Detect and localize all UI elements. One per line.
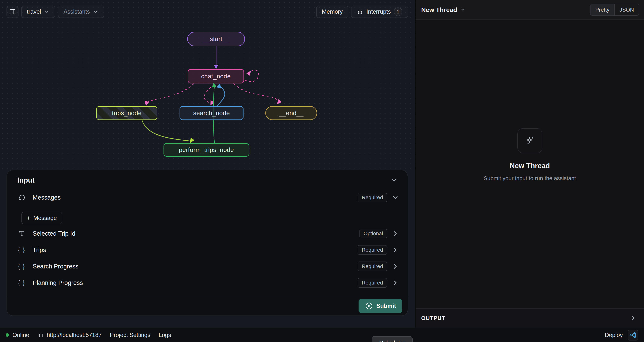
thread-title: New Thread <box>421 6 457 14</box>
play-circle-icon <box>365 302 373 310</box>
sidebar-toggle-button[interactable] <box>6 6 18 18</box>
server-url: http://localhost:57187 <box>47 332 102 338</box>
interrupts-button[interactable]: Interrupts 1 <box>351 6 408 18</box>
sparkles-icon-tile <box>518 128 542 153</box>
chevron-right-icon <box>630 315 636 321</box>
chevron-down-icon <box>460 7 466 13</box>
graph-node-start[interactable]: __start__ <box>187 32 245 46</box>
graph-node-end[interactable]: __end__ <box>265 106 317 120</box>
graph-selector-label: travel <box>27 9 41 15</box>
output-section-toggle[interactable]: OUTPUT <box>416 308 644 328</box>
online-status-label: Online <box>12 332 29 338</box>
calculator-tooltip: Calculator <box>372 336 412 342</box>
input-row-label: Search Progress <box>33 263 358 270</box>
add-message-button[interactable]: + Message <box>22 212 62 224</box>
graph-toolbar-right: Memory Interrupts 1 <box>316 6 408 18</box>
input-row-messages[interactable]: Messages Required <box>7 188 408 207</box>
graph-node-perform-trips[interactable]: perform_trips_node <box>164 143 249 157</box>
submit-button[interactable]: Submit <box>358 299 402 313</box>
graph-canvas[interactable]: __start__ chat_node trips_node search_no… <box>0 0 415 170</box>
project-settings-link[interactable]: Project Settings <box>110 332 150 338</box>
graph-panel: __start__ chat_node trips_node search_no… <box>0 0 415 328</box>
online-status-dot <box>6 333 9 337</box>
input-row-selected-trip-id[interactable]: Selected Trip Id Optional <box>7 225 408 242</box>
graph-node-trips[interactable]: trips_node <box>96 106 157 120</box>
empty-state-title: New Thread <box>416 162 644 170</box>
assistants-label: Assistants <box>64 9 90 15</box>
thread-panel: New Thread Pretty JSON New Thread Submit… <box>416 0 644 328</box>
view-pretty-button[interactable]: Pretty <box>590 4 614 15</box>
type-icon <box>18 230 26 237</box>
optional-badge: Optional <box>360 229 387 238</box>
input-row-label: Selected Trip Id <box>33 230 360 237</box>
braces-icon: { } <box>18 279 25 286</box>
chevron-right-icon[interactable] <box>392 230 399 237</box>
interrupts-count-badge: 1 <box>394 8 402 16</box>
bug-icon <box>357 9 364 15</box>
add-message-label: Message <box>33 215 57 221</box>
input-panel-title: Input <box>17 176 35 184</box>
graph-node-search[interactable]: search_node <box>180 106 244 120</box>
plus-icon: + <box>27 214 30 222</box>
input-row-label: Messages <box>33 194 358 201</box>
graph-node-chat[interactable]: chat_node <box>188 69 244 83</box>
chevron-down-icon[interactable] <box>390 177 398 184</box>
required-badge: Required <box>358 278 387 288</box>
input-row-search-progress[interactable]: { } Search Progress Required <box>7 258 408 275</box>
logs-link[interactable]: Logs <box>158 332 171 338</box>
required-badge: Required <box>358 262 387 271</box>
braces-icon: { } <box>18 247 25 253</box>
status-bar: Online http://localhost:57187 Project Se… <box>0 328 644 342</box>
langgraph-studio-window: __start__ chat_node trips_node search_no… <box>0 0 644 342</box>
input-panel-header[interactable]: Input <box>7 170 408 188</box>
thread-header: New Thread Pretty JSON <box>416 0 644 20</box>
view-mode-toggle: Pretty JSON <box>590 4 639 16</box>
memory-button[interactable]: Memory <box>316 6 348 18</box>
chevron-right-icon[interactable] <box>392 263 399 270</box>
input-panel: Input Messages Required + <box>6 170 408 316</box>
graph-selector-dropdown[interactable]: travel <box>21 6 55 18</box>
input-row-planning-progress[interactable]: { } Planning Progress Required <box>7 275 408 291</box>
server-url-group[interactable]: http://localhost:57187 <box>38 332 102 338</box>
required-badge: Required <box>358 245 387 255</box>
output-label: OUTPUT <box>421 315 445 321</box>
view-json-button[interactable]: JSON <box>615 4 639 15</box>
thread-selector-dropdown[interactable]: New Thread <box>421 6 466 14</box>
submit-label: Submit <box>376 303 396 309</box>
vscode-button[interactable] <box>628 330 638 340</box>
empty-state-caption: Submit your input to run the assistant <box>416 175 644 182</box>
interrupts-label: Interrupts <box>366 9 391 15</box>
thread-empty-state: New Thread Submit your input to run the … <box>416 128 644 182</box>
memory-label: Memory <box>322 9 343 15</box>
braces-icon: { } <box>18 263 25 270</box>
deploy-link[interactable]: Deploy <box>605 332 623 338</box>
input-row-label: Planning Progress <box>33 279 358 286</box>
online-status: Online <box>6 332 29 338</box>
chevron-right-icon[interactable] <box>392 246 399 254</box>
chat-bubble-icon <box>18 194 26 202</box>
chevron-down-icon <box>44 9 50 15</box>
panel-toggle-icon <box>9 8 16 15</box>
graph-toolbar-left: travel Assistants <box>6 6 104 18</box>
chevron-down-icon[interactable] <box>392 194 399 201</box>
sparkles-icon <box>524 135 536 146</box>
required-badge: Required <box>358 193 387 202</box>
copy-icon[interactable] <box>38 332 44 338</box>
chevron-down-icon <box>93 9 98 15</box>
chevron-right-icon[interactable] <box>392 279 399 287</box>
assistants-dropdown[interactable]: Assistants <box>58 6 104 18</box>
vscode-icon <box>629 331 637 339</box>
input-row-label: Trips <box>33 246 358 254</box>
input-row-trips[interactable]: { } Trips Required <box>7 242 408 258</box>
